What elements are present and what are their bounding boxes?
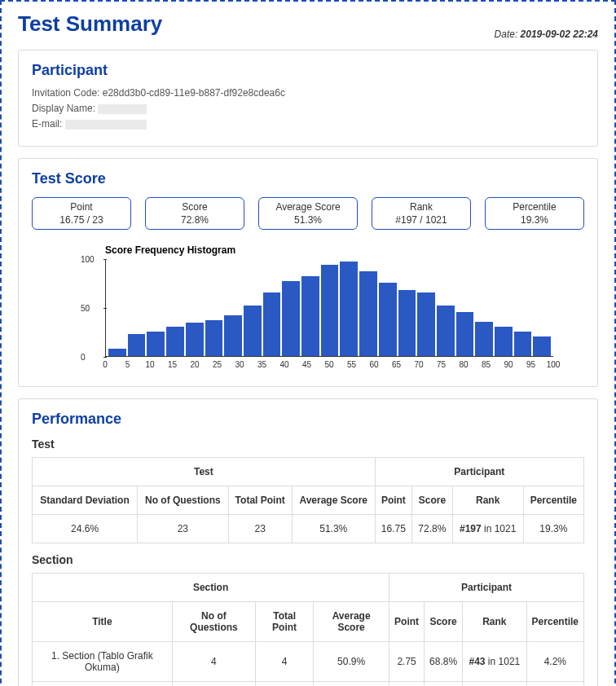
histogram-bar [128,334,146,355]
rank-num: #197 [460,523,482,534]
histogram-x-axis: 0510152025303540455055606570758085909510… [105,358,553,373]
invitation-label: Invitation Code: [32,87,99,99]
table-row: 24.6% 23 23 51.3% 16.75 72.8% #197 in 10… [33,514,584,543]
histogram-bar [379,283,397,355]
page-title: Test Summary [18,11,162,37]
cell: 2.75 [389,641,425,681]
score-box-label: Score [146,201,244,213]
cell: 1. Section (Tablo Grafik Okuma) [33,641,173,681]
histogram-bar [533,336,551,356]
test-score-card: Test Score Point 16.75 / 23 Score 72.8% … [18,158,598,387]
histogram-bar [108,349,126,355]
score-box-label: Average Score [259,201,357,213]
histogram-bars [106,259,553,356]
histogram-bar [244,306,262,356]
score-box-score: Score 72.8% [145,197,244,230]
table-row: 1. Section (Tablo Grafik Okuma)4450.9%2.… [33,641,584,681]
x-tick-label: 5 [125,360,130,369]
table-header-row: Title No of Questions Total Point Averag… [33,601,584,641]
performance-card: Performance Test Test Participant Standa… [18,398,598,686]
cell: 51.3% [292,514,375,543]
cell: 2. Section (Problem Çözme [33,681,173,686]
col: Standard Deviation [33,486,138,514]
col: Point [375,486,411,514]
group-participant: Participant [375,457,583,486]
histogram-bar [301,276,319,356]
x-tick-label: 90 [504,360,513,369]
histogram-bar [205,320,223,356]
histogram-bar [224,315,242,356]
x-tick-label: 70 [414,360,423,369]
display-name-label: Display Name: [32,103,95,114]
x-tick-label: 25 [213,360,222,369]
histogram-bar [456,312,474,356]
performance-heading: Performance [32,411,584,428]
x-tick-label: 85 [482,360,491,369]
rank-cell: #197 in 1021 [452,514,523,543]
x-tick-label: 20 [190,360,199,369]
score-box-value: 16.75 / 23 [33,214,130,226]
score-box-label: Rank [372,201,470,213]
x-tick-label: 65 [392,360,401,369]
x-tick-label: 10 [145,360,154,369]
cell: 24.6% [33,514,138,543]
histogram-bar [340,262,358,355]
col: Total Point [256,601,314,641]
histogram-bar [186,323,204,355]
page-date: Date: 2019-09-02 22:24 [495,29,598,40]
cell: 75.0% [425,681,463,686]
score-box-point: Point 16.75 / 23 [32,197,131,230]
page-header: Test Summary Date: 2019-09-02 22:24 [18,11,598,40]
histogram-bar [514,332,532,356]
score-box-rank: Rank #197 / 1021 [372,197,471,230]
cell: 5 [172,681,255,686]
x-tick-label: 55 [347,360,356,369]
x-tick-label: 100 [547,360,561,369]
table-group-row: Section Participant [33,573,584,601]
section-table: Section Participant Title No of Question… [32,573,584,686]
cell: 4.2% [526,641,583,681]
cell: 72.8% [412,514,453,543]
col: Average Score [314,601,389,641]
col: No of Questions [172,601,255,641]
cell: 25.5% [526,681,583,686]
histogram-bar [263,292,281,355]
score-box-avg: Average Score 51.3% [258,197,358,230]
histogram-bar [475,322,493,356]
test-subheading: Test [32,438,584,451]
x-tick-label: 45 [302,360,311,369]
cell: #260 in 1021 [463,681,526,686]
x-tick-label: 50 [324,360,333,369]
group-section: Section [33,573,389,601]
email-label: E-mail: [32,118,62,130]
score-box-value: 51.3% [259,214,357,226]
cell: 68.8% [425,641,463,681]
cell: #43 in 1021 [463,641,526,681]
y-tick-label: 50 [81,303,90,312]
test-table: Test Participant Standard Deviation No o… [32,457,584,543]
score-box-value: 19.3% [486,214,583,226]
invitation-value: e28dd3b0-cd89-11e9-b887-df92e8cdea6c [103,87,285,99]
score-box-percentile: Percentile 19.3% [485,197,584,230]
x-tick-label: 60 [369,360,378,369]
cell: 4 [172,641,255,681]
histogram-plot: 050100 051015202530354045505560657075808… [81,259,553,373]
page: Test Summary Date: 2019-09-02 22:24 Part… [0,0,616,686]
rank-total: 1021 [495,523,517,534]
cell: 51.3% [314,681,389,686]
col: No of Questions [138,486,228,514]
rank-word: in [484,523,491,534]
x-tick-label: 40 [279,360,288,369]
score-box-label: Point [33,201,130,213]
score-box-value: 72.8% [146,214,244,226]
score-box-label: Percentile [486,201,583,213]
x-tick-label: 80 [459,360,468,369]
cell: 16.75 [375,514,411,543]
histogram-bar [321,265,339,356]
email-value [65,120,147,130]
col: Point [389,601,425,641]
histogram-bar [437,306,455,356]
col: Percentile [523,486,583,514]
x-tick-label: 95 [526,360,535,369]
section-subheading: Section [32,553,584,566]
